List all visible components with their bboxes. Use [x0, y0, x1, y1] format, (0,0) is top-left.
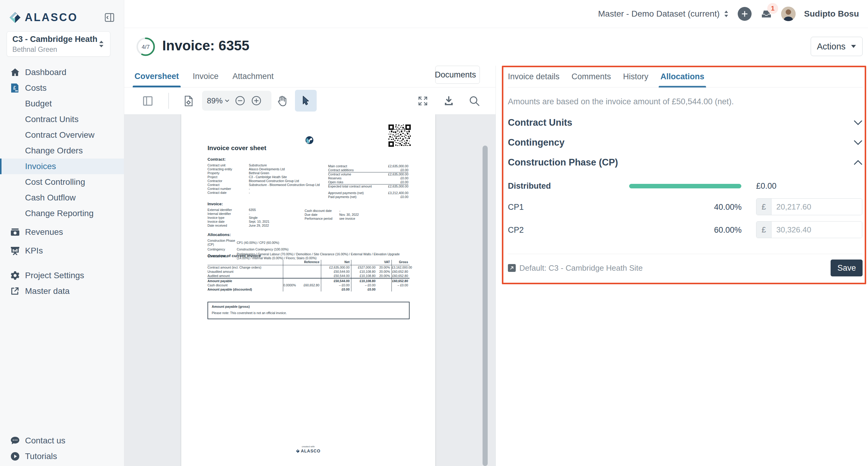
sidebar-item-label: Dashboard: [25, 68, 66, 77]
table-cell-net: £0.00: [321, 287, 351, 292]
select-tool-button[interactable]: [295, 90, 317, 111]
sidebar-item-kpis[interactable]: KPIs: [0, 243, 124, 259]
accordion-section-header[interactable]: Contingency: [508, 133, 863, 153]
sidebar-item-cash-outflow[interactable]: Cash Outflow: [0, 190, 124, 206]
zoom-out-icon[interactable]: [235, 95, 246, 106]
sidebar-item-costs[interactable]: £ Costs: [0, 80, 124, 96]
table-cell-vat-pct: 20.00%: [377, 274, 392, 278]
tab-history[interactable]: History: [623, 66, 648, 88]
add-button[interactable]: [738, 7, 752, 21]
search-icon[interactable]: [469, 95, 480, 107]
dataset-sort-icon: [723, 10, 729, 18]
doc-note-box: Amount payable (gross) Please note: This…: [208, 302, 409, 319]
sidebar-item-dashboard[interactable]: Dashboard: [0, 65, 124, 80]
doc-value: Nov. 30, 2022: [339, 213, 395, 217]
doc-label: External identifier: [208, 208, 249, 212]
doc-label: Invoice type: [208, 216, 249, 220]
sidebar-item-master-data[interactable]: Master data: [0, 284, 124, 299]
doc-label: Contract number: [208, 187, 249, 191]
sidebar-item-label: Cost Controlling: [25, 177, 85, 187]
actions-button[interactable]: Actions: [811, 37, 863, 56]
viewer-scrollbar[interactable]: [483, 145, 488, 466]
amount-input-group: £: [756, 198, 862, 215]
allocation-info-text: Amounts are based on the invoice amount …: [508, 96, 863, 107]
allocation-amount-input[interactable]: [772, 199, 862, 215]
collapse-sidebar-icon[interactable]: [104, 12, 115, 23]
chevron-down-icon: [854, 140, 863, 145]
brand-wordmark: ALASCO: [25, 11, 78, 24]
doc-label: Invoice date: [208, 220, 249, 224]
col-header-empty: [208, 260, 283, 265]
doc-label: Paid payments (net): [328, 195, 356, 199]
dataset-selector[interactable]: Master - Demo Dataset (current): [598, 9, 729, 19]
allocation-row-percent: 40.00%: [508, 203, 742, 212]
sidebar-item-label: Revenues: [25, 227, 63, 237]
progress-text: 4/7: [142, 44, 150, 50]
sidebar-item-change-reporting[interactable]: Change Reporting: [0, 206, 124, 221]
table-cell-ref-pct: 0.0000%: [283, 283, 298, 287]
page-settings-icon[interactable]: [183, 95, 194, 107]
avatar[interactable]: [781, 7, 796, 21]
doc-financial-row: Contract volume £2,635,000.00: [328, 172, 408, 176]
tab-invoice[interactable]: Invoice: [193, 66, 219, 87]
download-icon[interactable]: [443, 96, 454, 106]
doc-note-text: Please note: This coversheet is not an o…: [212, 311, 405, 315]
table-cell-vat: £0.00: [351, 287, 377, 292]
table-cell-vat: – £0.00: [351, 283, 377, 287]
sidebar-item-budget[interactable]: Budget: [0, 96, 124, 111]
table-cell-ref-pct: [283, 269, 298, 274]
zoom-in-icon[interactable]: [251, 95, 262, 106]
accordion-section-title: Construction Phase (CP): [508, 157, 618, 168]
allocation-amount-input[interactable]: [772, 222, 862, 238]
zoom-level-dropdown[interactable]: 89%: [207, 96, 229, 105]
doc-label: Reserves: [328, 176, 341, 180]
pdf-viewport[interactable]: Invoice cover sheet Contract: Contract u…: [124, 114, 496, 466]
tab-comments[interactable]: Comments: [571, 66, 611, 88]
gear-icon: [10, 270, 25, 280]
doc-overview-heading: Overview of current invoice: [208, 254, 409, 258]
doc-allocations-heading: Allocations:: [208, 232, 409, 237]
sidebar-item-label: Tutorials: [25, 452, 57, 461]
toggle-thumbnails-icon[interactable]: [142, 95, 154, 107]
tab-invoice-details[interactable]: Invoice details: [508, 66, 559, 88]
table-cell-net: £2,635,000.00: [321, 265, 351, 269]
doc-label: Due date: [305, 213, 339, 217]
sidebar-item-contract-overview[interactable]: Contract Overview: [0, 127, 124, 143]
sidebar-item-revenues[interactable]: Revenues: [0, 224, 124, 240]
table-cell-vat-pct: [377, 287, 392, 292]
table-cell-ref-pct: [283, 265, 298, 269]
doc-label: Contract date: [208, 191, 249, 195]
accordion-section-header[interactable]: Contract Units: [508, 113, 863, 133]
doc-value: June 29, 2022: [249, 224, 409, 228]
tab-attachment[interactable]: Attachment: [232, 66, 274, 87]
created-with-label: created with: [181, 445, 435, 448]
save-button[interactable]: Save: [831, 260, 863, 276]
sidebar-item-contract-units[interactable]: Contract Units: [0, 111, 124, 127]
fullscreen-icon[interactable]: [417, 96, 428, 106]
notification-badge: 1: [767, 3, 778, 14]
doc-footer: created with ALASCO: [181, 445, 435, 453]
kpi-chart-icon: [10, 246, 25, 256]
tab-coversheet[interactable]: Coversheet: [134, 66, 179, 87]
doc-date-row: Cash discount date -: [305, 209, 395, 213]
hand-tool-icon[interactable]: [277, 95, 287, 107]
sidebar-item-contact-us[interactable]: Contact us: [0, 433, 124, 448]
table-cell-ref-amt: [298, 274, 321, 278]
accordion-section-header[interactable]: Construction Phase (CP): [508, 153, 863, 172]
table-cell-label: Audited amount: [208, 274, 283, 278]
revenues-icon: [10, 227, 25, 237]
notifications-button[interactable]: 1: [760, 8, 773, 20]
sidebar-item-invoices[interactable]: Invoices: [0, 159, 124, 174]
table-cell-ref-amt: [298, 269, 321, 274]
project-selector[interactable]: C3 - Cambridge Heath ... Bethnal Green: [7, 31, 111, 57]
tab-allocations[interactable]: Allocations: [660, 66, 705, 88]
sidebar-item-project-settings[interactable]: Project Settings: [0, 268, 124, 284]
documents-dropdown[interactable]: Documents: [435, 66, 480, 84]
sidebar-item-cost-controlling[interactable]: Cost Controlling: [0, 174, 124, 190]
sidebar-item-tutorials[interactable]: Tutorials: [0, 448, 124, 464]
currency-prefix: £: [756, 199, 772, 215]
sidebar-item-label: Budget: [25, 99, 52, 108]
default-link-icon[interactable]: [508, 264, 516, 272]
sidebar-item-change-orders[interactable]: Change Orders: [0, 143, 124, 159]
allocation-row: CP2 60.00% £: [508, 218, 863, 241]
